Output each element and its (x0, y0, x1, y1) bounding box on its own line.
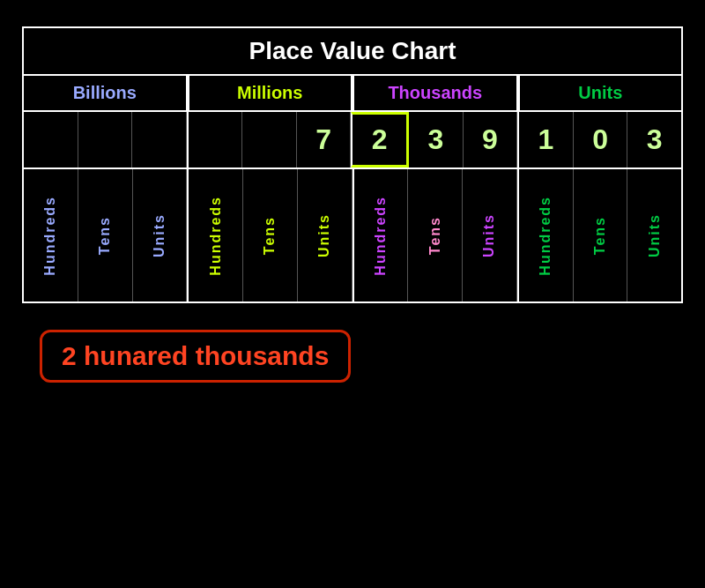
sub-th-t: Tens (408, 169, 463, 301)
thousands-group-header: Thousands (352, 76, 518, 110)
sub-th-h: Hundreds (352, 169, 409, 301)
millions-group-header: Millions (188, 76, 353, 110)
annotation-label: 2 hunared thousands (40, 330, 351, 383)
sub-label-th-u: Units (481, 213, 497, 257)
sub-label-u-h: Hundreds (538, 196, 553, 276)
digit-u-u: 3 (627, 112, 681, 167)
digit-b-t (78, 112, 133, 167)
digit-th-u: 9 (464, 112, 518, 167)
digit-th-t: 3 (409, 112, 464, 167)
sub-label-b-t: Tens (97, 216, 113, 255)
sub-label-b-h: Hundreds (42, 196, 58, 276)
digit-u-t: 0 (574, 112, 628, 167)
sub-m-u: Units (298, 169, 352, 301)
digit-th-h: 2 (351, 112, 409, 167)
sub-label-th-h: Hundreds (373, 196, 389, 276)
digit-b-u (132, 112, 187, 167)
billions-group-header: Billions (24, 76, 188, 110)
subheader-row: Hundreds Tens Units Hundreds Tens Units … (24, 169, 681, 301)
sub-label-m-t: Tens (262, 216, 278, 255)
digit-b-h (24, 112, 78, 167)
digits-row: 7 2 3 9 1 0 3 (24, 112, 681, 169)
digit-m-u: 7 (297, 112, 352, 167)
sub-b-u: Units (133, 169, 188, 301)
sub-u-u: Units (627, 169, 681, 301)
sub-m-h: Hundreds (187, 169, 243, 301)
sub-b-t: Tens (78, 169, 133, 301)
group-headers-row: Billions Millions Thousands Units (24, 76, 681, 112)
sub-u-h: Hundreds (517, 169, 574, 301)
sub-b-h: Hundreds (24, 169, 78, 301)
sub-label-m-h: Hundreds (208, 196, 224, 276)
digit-m-t (242, 112, 297, 167)
sub-label-u-t: Tens (592, 216, 608, 255)
digit-m-h (187, 112, 243, 167)
sub-th-u: Units (463, 169, 517, 301)
sub-u-t: Tens (574, 169, 628, 301)
sub-label-m-u: Units (316, 213, 332, 257)
sub-label-b-u: Units (152, 213, 167, 257)
units-group-header: Units (518, 76, 682, 110)
sub-m-t: Tens (243, 169, 298, 301)
sub-label-th-t: Tens (427, 216, 443, 255)
digit-u-h: 1 (517, 112, 574, 167)
chart-title: Place Value Chart (24, 28, 681, 76)
sub-label-u-u: Units (647, 213, 663, 257)
place-value-chart: Place Value Chart Billions Millions Thou… (22, 26, 683, 303)
